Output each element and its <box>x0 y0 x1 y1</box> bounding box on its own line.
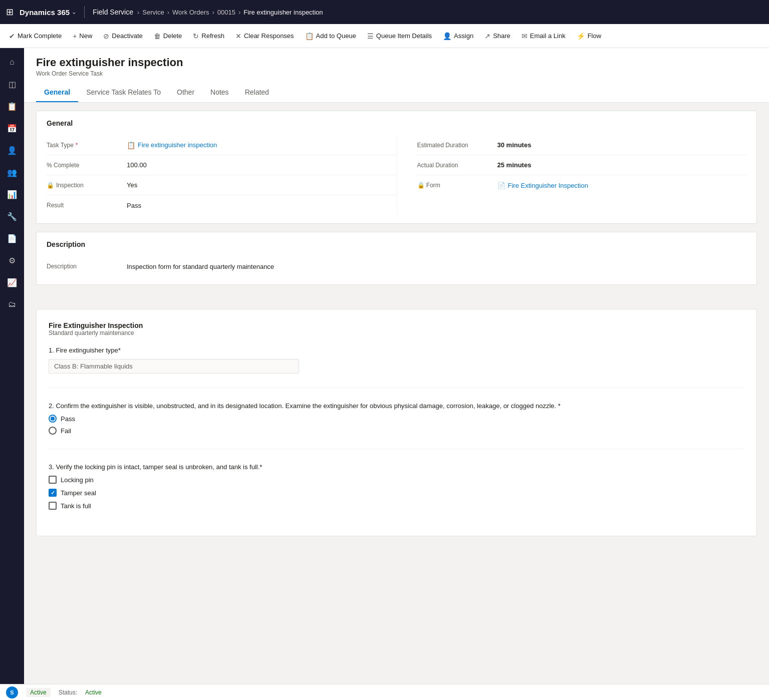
question-1-input[interactable] <box>49 359 299 374</box>
clear-responses-button[interactable]: ✕ Clear Responses <box>230 29 299 43</box>
tab-related[interactable]: Related <box>237 83 277 102</box>
flow-button[interactable]: ⚡ Flow <box>572 29 606 43</box>
nav-divider <box>84 6 85 18</box>
tab-other[interactable]: Other <box>169 83 202 102</box>
inspection-row: 🔒 Inspection Yes <box>47 175 397 195</box>
refresh-button[interactable]: ↻ Refresh <box>188 29 229 43</box>
email-a-link-button[interactable]: ✉ Email a Link <box>517 29 571 43</box>
required-asterisk: * <box>76 142 78 149</box>
sidebar-item-clipboard[interactable]: 📋 <box>2 96 22 116</box>
tab-notes[interactable]: Notes <box>202 83 237 102</box>
task-type-value[interactable]: 📋 Fire extinguisher inspection <box>127 141 397 149</box>
add-to-queue-icon: 📋 <box>305 32 314 40</box>
page-header: Fire extinguisher inspection Work Order … <box>24 48 769 103</box>
status-value: Active <box>85 689 102 696</box>
content-area: Fire extinguisher inspection Work Order … <box>24 48 769 700</box>
question-3-text: 3. Verify the locking pin is intact, tam… <box>49 463 744 471</box>
estimated-duration-value: 30 minutes <box>497 141 747 149</box>
form-row: 🔒 Form 📄 Fire Extinguisher Inspection <box>417 175 747 195</box>
new-button[interactable]: + New <box>68 29 97 43</box>
tab-general[interactable]: General <box>36 83 78 102</box>
breadcrumb: › Service › Work Orders › 00015 › Fire e… <box>137 9 323 16</box>
flow-icon: ⚡ <box>577 32 585 40</box>
mark-complete-button[interactable]: ✔ Mark Complete <box>4 29 67 43</box>
share-button[interactable]: ↗ Share <box>479 29 516 43</box>
description-section-title: Description <box>47 240 746 248</box>
checkbox-tamper-seal-box[interactable] <box>49 489 57 497</box>
app-grid-icon[interactable]: ⊞ <box>6 7 14 18</box>
radio-pass-circle[interactable] <box>49 415 57 423</box>
breadcrumb-service[interactable]: Service <box>142 9 164 16</box>
actual-duration-value: 25 minutes <box>497 161 747 169</box>
general-section-title: General <box>47 119 746 127</box>
percent-complete-label: % Complete <box>47 162 127 169</box>
deactivate-icon: ⊘ <box>103 32 109 40</box>
new-icon: + <box>73 32 77 40</box>
question-2-text: 2. Confirm the extinguisher is visible, … <box>49 402 744 410</box>
percent-complete-value: 100.00 <box>127 161 397 169</box>
sidebar-item-archive[interactable]: 🗂 <box>2 294 22 314</box>
status-label: Status: <box>59 689 77 696</box>
app-name-chevron: ⌄ <box>72 9 76 16</box>
breadcrumb-workorders[interactable]: Work Orders <box>172 9 209 16</box>
sidebar-item-people[interactable]: 👥 <box>2 162 22 182</box>
mark-complete-icon: ✔ <box>9 32 15 40</box>
general-section: General Task Type * 📋 Fire extinguisher … <box>36 111 757 224</box>
checkbox-locking-pin-box[interactable] <box>49 476 57 484</box>
inspection-card: Fire Extinguisher Inspection Standard qu… <box>36 309 757 536</box>
toolbar: ✔ Mark Complete + New ⊘ Deactivate 🗑 Del… <box>0 24 769 48</box>
add-to-queue-button[interactable]: 📋 Add to Queue <box>300 29 361 43</box>
form-label-field: 🔒 Form <box>417 182 497 189</box>
description-row: Description Inspection form for standard… <box>47 256 746 276</box>
checkbox-tank-full[interactable]: Tank is full <box>49 502 744 510</box>
tab-service-task-relates-to[interactable]: Service Task Relates To <box>78 83 169 102</box>
delete-icon: 🗑 <box>154 32 161 40</box>
question-divider-2 <box>49 449 744 449</box>
sidebar-item-calendar[interactable]: 📅 <box>2 118 22 138</box>
result-label: Result <box>47 202 127 209</box>
inspection-question-1: 1. Fire extinguisher type* <box>49 346 744 374</box>
actual-duration-row: Actual Duration 25 minutes <box>417 155 747 175</box>
form-value[interactable]: 📄 Fire Extinguisher Inspection <box>497 182 747 189</box>
result-row: Result Pass <box>47 195 397 215</box>
form-left-col: Task Type * 📋 Fire extinguisher inspecti… <box>47 135 397 215</box>
radio-option-fail[interactable]: Fail <box>49 427 744 435</box>
estimated-duration-row: Estimated Duration 30 minutes <box>417 135 747 155</box>
user-avatar: S <box>6 686 18 698</box>
radio-option-pass[interactable]: Pass <box>49 415 744 423</box>
question-1-text: 1. Fire extinguisher type* <box>49 346 744 354</box>
sidebar-item-document[interactable]: 📄 <box>2 228 22 248</box>
queue-item-details-button[interactable]: ☰ Queue Item Details <box>362 29 437 43</box>
app-name[interactable]: Dynamics 365 ⌄ <box>20 8 76 17</box>
sidebar-item-analytics[interactable]: 📈 <box>2 272 22 292</box>
sidebar-item-report[interactable]: 📊 <box>2 184 22 204</box>
deactivate-button[interactable]: ⊘ Deactivate <box>98 29 147 43</box>
sidebar-item-asset[interactable]: ⚙ <box>2 250 22 270</box>
form-grid: Task Type * 📋 Fire extinguisher inspecti… <box>47 135 746 215</box>
assign-button[interactable]: 👤 Assign <box>438 29 478 43</box>
queue-item-details-icon: ☰ <box>367 32 374 40</box>
sidebar-item-dispatch[interactable]: 🔧 <box>2 206 22 226</box>
checkbox-tank-full-box[interactable] <box>49 502 57 510</box>
inspection-question-3: 3. Verify the locking pin is intact, tam… <box>49 463 744 510</box>
radio-fail-circle[interactable] <box>49 427 57 435</box>
inspection-value: Yes <box>127 181 397 189</box>
top-navigation: ⊞ Dynamics 365 ⌄ Field Service › Service… <box>0 0 769 24</box>
sidebar-item-map[interactable]: ◫ <box>2 74 22 94</box>
sidebar-item-home[interactable]: ⌂ <box>2 52 22 72</box>
refresh-icon: ↻ <box>193 32 199 40</box>
tabs: General Service Task Relates To Other No… <box>36 83 757 102</box>
record-status-badge: Active <box>26 688 51 697</box>
inspection-question-2: 2. Confirm the extinguisher is visible, … <box>49 402 744 435</box>
assign-icon: 👤 <box>443 32 451 40</box>
inspection-label: 🔒 Inspection <box>47 182 127 189</box>
inspection-form-title: Fire Extinguisher Inspection <box>49 321 744 329</box>
checkbox-tamper-seal[interactable]: Tamper seal <box>49 489 744 497</box>
actual-duration-label: Actual Duration <box>417 162 497 169</box>
delete-button[interactable]: 🗑 Delete <box>149 29 187 43</box>
breadcrumb-00015[interactable]: 00015 <box>217 9 235 16</box>
description-value: Inspection form for standard quarterly m… <box>127 263 746 270</box>
result-value: Pass <box>127 202 397 209</box>
sidebar-item-person[interactable]: 👤 <box>2 140 22 160</box>
checkbox-locking-pin[interactable]: Locking pin <box>49 476 744 484</box>
